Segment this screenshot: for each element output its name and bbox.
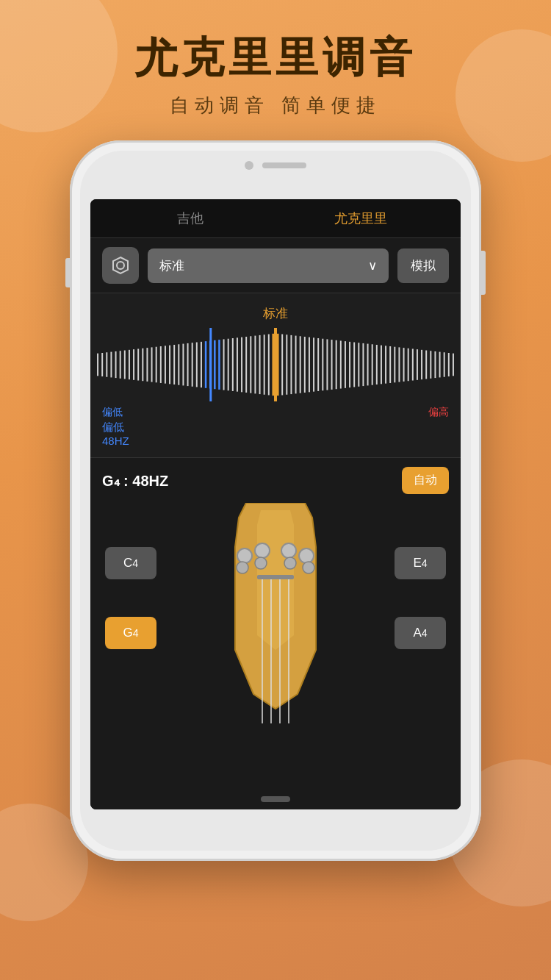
current-note-display: G₄ : 48HZ — [102, 472, 168, 490]
controls-row: 标准 ∨ 模拟 — [90, 238, 461, 293]
ukulele-section: G₄ : 48HZ 自动 C4 E4 G4 A4 — [90, 458, 461, 809]
settings-icon — [111, 256, 130, 275]
tuner-high-label: 偏高 — [428, 406, 449, 419]
tuner-low-label: 偏低 — [102, 406, 123, 419]
string-e4-button[interactable]: E4 — [395, 547, 446, 579]
string-a4-button[interactable]: A4 — [395, 617, 446, 649]
settings-button[interactable] — [102, 247, 139, 284]
tuner-labels-bottom: 偏低 偏高 — [90, 401, 461, 421]
tuner-hz-label: 48HZ — [102, 434, 449, 447]
uke-header: G₄ : 48HZ 自动 — [90, 458, 461, 503]
tab-ukulele[interactable]: 尤克里里 — [276, 210, 446, 227]
string-g4-button[interactable]: G4 — [105, 617, 156, 649]
auto-button[interactable]: 自动 — [402, 467, 449, 494]
sub-title: 自动调音 简单便捷 — [134, 93, 417, 118]
header: 尤克里里调音 自动调音 简单便捷 — [134, 29, 417, 118]
home-indicator — [261, 796, 290, 802]
tuning-mode-select[interactable]: 标准 ∨ — [148, 248, 389, 283]
phone-power-button — [481, 251, 486, 295]
phone-camera — [245, 161, 253, 170]
svg-point-1 — [117, 262, 124, 269]
bg-decoration-1 — [0, 0, 118, 132]
svg-marker-0 — [113, 257, 128, 273]
string-row-bottom: G4 A4 — [90, 617, 461, 649]
phone-volume-button — [65, 258, 70, 287]
tab-bar: 吉他 尤克里里 — [90, 199, 461, 238]
phone-screen: 吉他 尤克里里 标准 ∨ 模拟 标准 — [90, 199, 461, 809]
analog-button[interactable]: 模拟 — [397, 248, 449, 283]
dropdown-icon: ∨ — [368, 258, 377, 273]
tuning-mode-label: 标准 — [159, 257, 184, 274]
phone-speaker — [262, 162, 306, 168]
phone-frame: 吉他 尤克里里 标准 ∨ 模拟 标准 — [70, 140, 481, 861]
bg-decoration-2 — [455, 29, 551, 162]
string-row-top: C4 E4 — [90, 547, 461, 579]
tab-guitar[interactable]: 吉他 — [105, 210, 276, 227]
tuner-display: 标准 偏低 偏高 偏低 48HZ — [90, 293, 461, 458]
tuner-meter — [90, 328, 461, 401]
ukulele-body: C4 E4 G4 A4 — [90, 503, 461, 809]
phone-top-bar — [245, 161, 306, 170]
tuner-center-label: 标准 — [90, 305, 461, 322]
tuner-low-top-label: 偏低 — [102, 421, 449, 434]
main-title: 尤克里里调音 — [134, 29, 417, 87]
ukulele-headstock — [202, 503, 349, 723]
string-c4-button[interactable]: C4 — [105, 547, 156, 579]
